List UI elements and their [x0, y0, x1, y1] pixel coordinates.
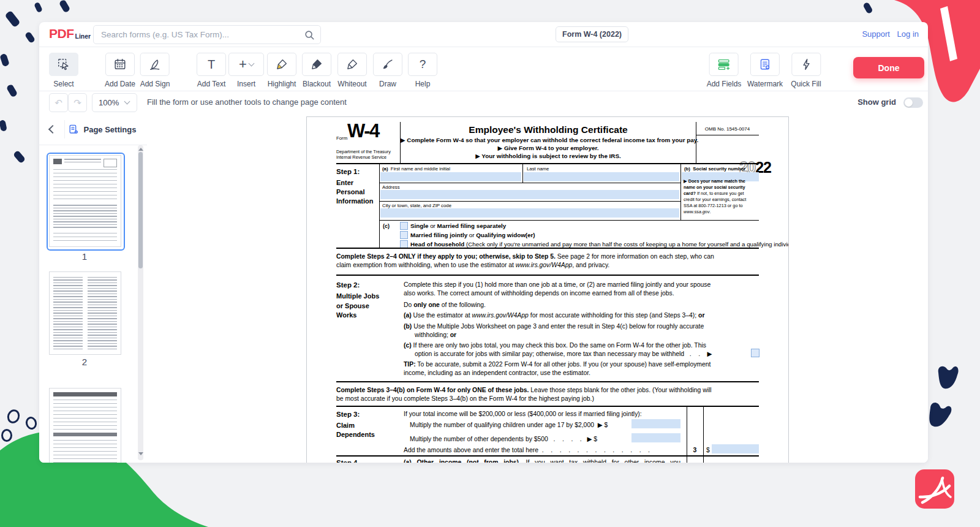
tool-highlight[interactable]: Highlight	[267, 53, 296, 88]
address-field[interactable]	[380, 190, 679, 199]
step2-item-b-line: (b) Use the Multiple Jobs Worksheet on p…	[404, 322, 704, 330]
step3-title-line: Dependents	[336, 431, 375, 439]
sidebar-scrollbar-thumb[interactable]	[138, 152, 143, 268]
two-jobs-checkbox[interactable]	[751, 349, 760, 357]
tool-blackout[interactable]: Blackout	[302, 53, 331, 88]
search-input[interactable]	[100, 29, 304, 40]
undo-button[interactable]: ↶	[49, 93, 68, 112]
total-dependents-amount-field[interactable]	[712, 444, 759, 453]
redo-icon: ↷	[74, 97, 81, 108]
tool-insert[interactable]: + Insert	[228, 53, 264, 88]
ssa-note-line: ▶ Does your name match the	[684, 178, 745, 184]
lightning-icon	[799, 58, 813, 71]
decor-dash	[34, 2, 43, 13]
page-thumbnail-3[interactable]	[49, 388, 121, 463]
dept-line1: Department of the Treasury	[336, 149, 391, 154]
decor-dash	[4, 10, 20, 28]
page-settings-icon	[68, 124, 80, 135]
draw-brush-icon	[381, 58, 394, 71]
tool-help[interactable]: ? Help	[408, 53, 437, 88]
tool-label: Draw	[379, 80, 396, 88]
tool-draw[interactable]: Draw	[373, 53, 402, 88]
page-number: 1	[49, 251, 120, 262]
pdfliner-logo[interactable]: PDF Liner	[49, 27, 91, 40]
tool-label: Watermark	[747, 80, 783, 88]
collapse-sidebar-button[interactable]	[47, 123, 59, 135]
document-canvas: Form W-4 Department of the Treasury Inte…	[147, 114, 928, 463]
search-bar[interactable]	[93, 25, 321, 44]
thumb-decoration	[64, 159, 101, 164]
tool-label: Quick Fill	[791, 80, 821, 88]
question-icon: ?	[420, 58, 426, 71]
tool-watermark[interactable]: Watermark	[747, 53, 783, 88]
ssa-note-line: name on your social security	[684, 184, 745, 190]
page-settings-button[interactable]: Page Settings	[64, 114, 140, 145]
scroll-up-arrow[interactable]	[138, 148, 143, 151]
tool-quick-fill[interactable]: Quick Fill	[791, 53, 821, 88]
search-icon[interactable]	[304, 29, 315, 40]
step3-label: Step 3:	[336, 410, 360, 419]
first-name-field[interactable]	[380, 172, 521, 181]
tool-add-fields[interactable]: Add Fields	[707, 53, 742, 88]
login-link[interactable]: Log in	[897, 29, 919, 39]
other-dependents-amount-field[interactable]	[631, 433, 680, 442]
thumb-decoration	[53, 169, 117, 201]
logo-pdf-text: PDF	[49, 27, 74, 40]
city-field[interactable]	[380, 208, 679, 218]
form-line	[336, 163, 759, 164]
form-line	[336, 381, 759, 382]
tool-add-date[interactable]: Add Date	[105, 53, 135, 88]
tool-whiteout[interactable]: Whiteout	[337, 53, 367, 88]
step2-label: Step 2:	[336, 281, 360, 289]
filing-status-checkbox-single[interactable]	[400, 222, 408, 230]
thumb-decoration	[53, 433, 117, 436]
done-button[interactable]: Done	[853, 57, 924, 78]
step2-item-c-line: option is accurate for jobs with similar…	[415, 350, 712, 358]
step2-do-line: Do only one of the following.	[404, 301, 486, 309]
steps34-note-line: Complete Steps 3–4(b) on Form W-4 for on…	[336, 386, 712, 394]
page-thumbnail-2[interactable]	[49, 271, 121, 355]
form-bullet3: ▶ Your withholding is subject to review …	[401, 153, 696, 160]
show-grid-label: Show grid	[858, 91, 896, 114]
tool-label: Whiteout	[337, 80, 366, 88]
whiteout-brush-icon	[345, 58, 359, 71]
support-link[interactable]: Support	[862, 29, 890, 39]
chevron-down-icon	[124, 99, 130, 105]
form-title: Employee's Withholding Certificate	[401, 124, 696, 135]
last-name-field[interactable]	[524, 172, 679, 181]
tool-add-text[interactable]: T Add Text	[197, 53, 226, 88]
plus-icon: +	[239, 56, 247, 72]
tool-select[interactable]: Select	[49, 53, 78, 88]
zoom-dropdown[interactable]: 100%	[92, 93, 137, 112]
thumb-decoration	[53, 400, 117, 430]
step3-dollar-sign: $	[706, 446, 710, 454]
filing-status-checkbox-married-jointly[interactable]	[400, 231, 408, 239]
undo-icon: ↶	[55, 97, 62, 108]
scroll-down-arrow[interactable]	[138, 452, 143, 455]
pdfliner-app-window: PDF Liner Form W-4 (2022) Support Log in…	[39, 22, 928, 463]
tool-add-sign[interactable]: Add Sign	[140, 53, 170, 88]
form-line	[336, 248, 759, 249]
form-line	[336, 406, 759, 407]
redo-button[interactable]: ↷	[68, 93, 87, 112]
show-grid-toggle[interactable]	[903, 97, 923, 108]
tool-label: Select	[53, 80, 74, 88]
form-line	[703, 406, 704, 463]
step2-title-line: Works	[336, 311, 356, 320]
form-line	[379, 220, 759, 221]
tool-label: Highlight	[268, 80, 296, 88]
filing-option: Single or Married filing separately	[410, 222, 506, 230]
step2-intro-line: Complete this step if you (1) hold more …	[404, 281, 710, 289]
blackout-brush-icon	[310, 58, 323, 71]
step1-title-line: Personal	[336, 188, 364, 197]
page-thumbnail-1-selected[interactable]	[47, 153, 125, 251]
sub-toolbar: ↶ ↷ 100% Fill the form or use another to…	[39, 91, 928, 115]
ssa-note-line: SSA at 800-772-1213 or go to	[684, 203, 743, 208]
form-line	[336, 275, 759, 276]
select-cursor-icon	[57, 58, 70, 71]
decor-dash	[13, 150, 26, 164]
qualifying-children-amount-field[interactable]	[631, 419, 680, 428]
tool-label: Add Text	[197, 80, 225, 88]
step3-intro: If your total income will be $200,000 or…	[404, 410, 642, 418]
signature-pen-icon	[148, 58, 162, 71]
